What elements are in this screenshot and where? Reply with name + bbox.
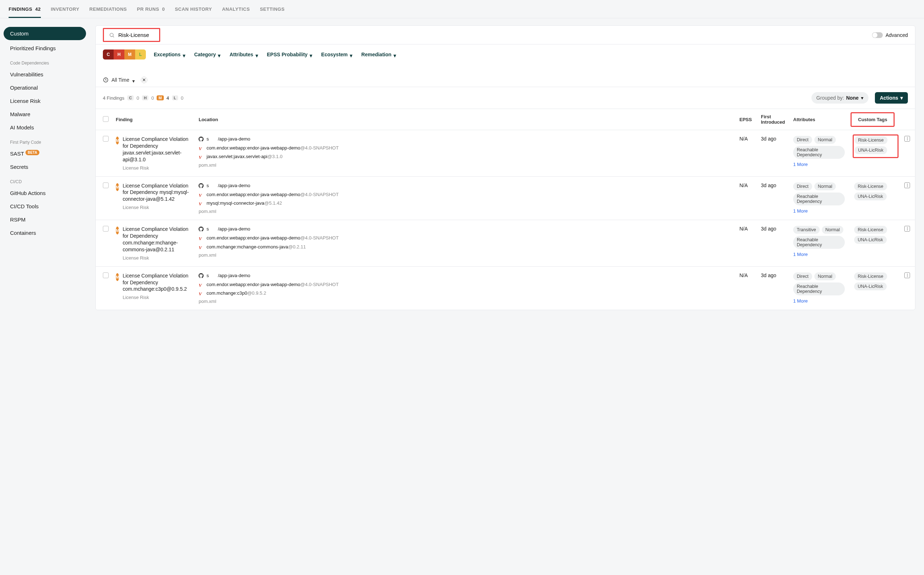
row-checkbox[interactable] bbox=[103, 272, 109, 278]
sev-high[interactable]: H bbox=[114, 49, 124, 59]
filter-category[interactable]: Category▾ bbox=[194, 52, 222, 57]
finding-title[interactable]: License Compliance Violation for Depende… bbox=[122, 183, 191, 203]
package-path[interactable]: com.endor.webapp:endor-java-webapp-demo@… bbox=[206, 145, 339, 151]
filter-ecosystem[interactable]: Ecosystem▾ bbox=[321, 52, 353, 57]
filter-exceptions[interactable]: Exceptions▾ bbox=[154, 52, 186, 57]
finding-title[interactable]: License Compliance Violation for Depende… bbox=[122, 226, 191, 253]
sidebar-item-vulnerabilities[interactable]: Vulnerabilities bbox=[3, 68, 86, 81]
file-path: pom.xml bbox=[198, 209, 732, 214]
dep-icon: V bbox=[198, 291, 203, 297]
package-icon: V bbox=[198, 235, 203, 242]
sev-critical[interactable]: C bbox=[103, 49, 114, 59]
table-row: M License Compliance Violation for Depen… bbox=[96, 176, 915, 220]
package-icon: V bbox=[198, 192, 203, 199]
attribute-tag: Direct bbox=[793, 272, 812, 280]
dependency[interactable]: mysql:mysql-connector-java@5.1.42 bbox=[206, 200, 282, 206]
package-path[interactable]: com.endor.webapp:endor-java-webapp-demo@… bbox=[206, 191, 339, 198]
summary-row: 4 Findings C0 H0 M4 L0 Grouped by: None … bbox=[96, 87, 915, 109]
count-c: C bbox=[127, 95, 134, 100]
tab-inventory[interactable]: INVENTORY bbox=[51, 6, 79, 18]
dependency[interactable]: com.mchange:mchange-commons-java@0.2.11 bbox=[206, 244, 306, 250]
expand-icon[interactable] bbox=[904, 272, 910, 278]
filter-attributes[interactable]: Attributes▾ bbox=[229, 52, 259, 57]
search-input[interactable] bbox=[118, 32, 154, 38]
more-link[interactable]: 1 More bbox=[793, 252, 847, 257]
github-icon bbox=[198, 227, 203, 233]
sidebar-secrets[interactable]: Secrets bbox=[3, 160, 86, 173]
sidebar-sast[interactable]: SASTBETA bbox=[3, 147, 86, 160]
repo-path[interactable]: s /app-java-demo bbox=[206, 183, 250, 189]
table-row: M License Compliance Violation for Depen… bbox=[96, 130, 915, 177]
attribute-tag: Normal bbox=[814, 136, 836, 144]
package-icon: V bbox=[198, 282, 203, 289]
tab-remediations[interactable]: REMEDIATIONS bbox=[89, 6, 127, 18]
beta-badge: BETA bbox=[25, 150, 39, 155]
finding-title[interactable]: License Compliance Violation for Depende… bbox=[122, 136, 191, 163]
tab-findings[interactable]: FINDINGS 42 bbox=[9, 6, 41, 18]
sidebar-custom[interactable]: Custom bbox=[3, 27, 86, 40]
sev-medium[interactable]: M bbox=[124, 49, 135, 59]
more-link[interactable]: 1 More bbox=[793, 208, 847, 214]
tab-analytics[interactable]: ANALYTICS bbox=[222, 6, 250, 18]
sidebar-item-ai-models[interactable]: AI Models bbox=[3, 121, 86, 134]
select-all-checkbox[interactable] bbox=[103, 116, 109, 122]
more-link[interactable]: 1 More bbox=[793, 162, 847, 167]
clear-filters[interactable]: ✕ bbox=[141, 77, 147, 83]
expand-icon[interactable] bbox=[904, 226, 910, 232]
sidebar-containers[interactable]: Containers bbox=[3, 226, 86, 240]
sidebar-section-cicd: CI/CD bbox=[3, 173, 86, 186]
dep-icon: V bbox=[198, 154, 203, 160]
row-checkbox[interactable] bbox=[103, 183, 109, 188]
count-m: M bbox=[157, 95, 164, 100]
more-link[interactable]: 1 More bbox=[793, 298, 847, 303]
sidebar-item-operational[interactable]: Operational bbox=[3, 81, 86, 94]
sast-label: SAST bbox=[10, 151, 24, 157]
tab-pr-runs[interactable]: PR RUNS 0 bbox=[137, 6, 165, 18]
repo-path[interactable]: s /app-java-demo bbox=[206, 136, 250, 142]
first-introduced: 3d ago bbox=[757, 130, 790, 177]
tab-settings[interactable]: SETTINGS bbox=[260, 6, 284, 18]
attribute-tag: Reachable Dependency bbox=[793, 192, 845, 205]
expand-icon[interactable] bbox=[904, 183, 910, 188]
filter-epss[interactable]: EPSS Probability▾ bbox=[267, 52, 314, 57]
github-icon bbox=[198, 273, 203, 280]
finding-title[interactable]: License Compliance Violation for Depende… bbox=[122, 272, 191, 293]
findings-panel: Advanced C H M L Exceptions▾ Category▾ A… bbox=[95, 25, 915, 310]
package-path[interactable]: com.endor.webapp:endor-java-webapp-demo@… bbox=[206, 281, 339, 288]
custom-tag: Risk-License bbox=[854, 226, 887, 234]
finding-category: License Risk bbox=[122, 165, 191, 171]
filter-remediation[interactable]: Remediation▾ bbox=[361, 52, 397, 57]
sidebar-item-rspm[interactable]: RSPM bbox=[3, 213, 86, 226]
sidebar-item-malware[interactable]: Malware bbox=[3, 108, 86, 121]
repo-path[interactable]: s /app-java-demo bbox=[206, 272, 250, 279]
sidebar-item-ci-cd-tools[interactable]: CI/CD Tools bbox=[3, 200, 86, 213]
attribute-tag: Normal bbox=[814, 183, 836, 191]
expand-icon[interactable] bbox=[904, 136, 910, 141]
tab-scan-history[interactable]: SCAN HISTORY bbox=[175, 6, 212, 18]
sidebar-item-github-actions[interactable]: GitHub Actions bbox=[3, 186, 86, 200]
github-icon bbox=[198, 137, 203, 143]
package-path[interactable]: com.endor.webapp:endor-java-webapp-demo@… bbox=[206, 235, 339, 241]
row-checkbox[interactable] bbox=[103, 136, 109, 141]
sidebar: Custom Prioritized Findings Code Depende… bbox=[0, 18, 90, 575]
search-icon bbox=[109, 32, 115, 38]
findings-count: 4 Findings bbox=[103, 95, 124, 101]
row-checkbox[interactable] bbox=[103, 226, 109, 232]
epss-value: N/A bbox=[736, 266, 757, 310]
chevron-down-icon: ▾ bbox=[350, 53, 353, 56]
actions-button[interactable]: Actions▾ bbox=[875, 92, 908, 103]
col-finding: Finding bbox=[112, 109, 195, 130]
severity-badge: M bbox=[116, 137, 119, 145]
sidebar-item-license-risk[interactable]: License Risk bbox=[3, 94, 86, 108]
grouped-by[interactable]: Grouped by: None ▾ bbox=[811, 92, 868, 103]
sidebar-prioritized[interactable]: Prioritized Findings bbox=[3, 41, 86, 55]
repo-path[interactable]: s /app-java-demo bbox=[206, 226, 250, 232]
file-path: pom.xml bbox=[198, 299, 732, 304]
chevron-down-icon: ▾ bbox=[310, 53, 313, 56]
dependency[interactable]: com.mchange:c3p0@0.9.5.2 bbox=[206, 290, 266, 297]
attribute-tag: Reachable Dependency bbox=[793, 146, 845, 159]
time-filter[interactable]: All Time bbox=[111, 77, 129, 83]
sev-low[interactable]: L bbox=[135, 49, 146, 59]
dependency[interactable]: javax.servlet:javax.servlet-api@3.1.0 bbox=[206, 153, 283, 160]
advanced-toggle[interactable] bbox=[872, 32, 883, 38]
